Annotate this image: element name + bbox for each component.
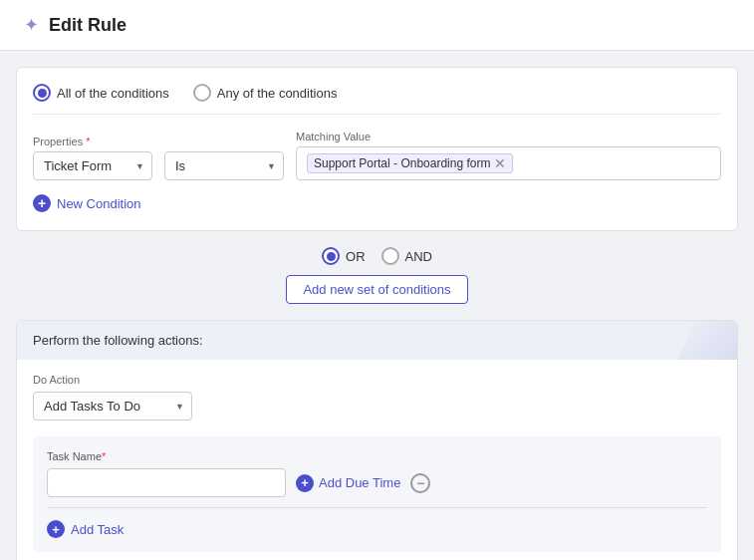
operator-select-wrapper[interactable]: Is <box>164 151 284 180</box>
tag-close-icon[interactable]: ✕ <box>494 156 506 170</box>
matching-value-field-group: Matching Value Support Portal - Onboardi… <box>296 131 721 180</box>
and-option[interactable]: AND <box>381 247 432 265</box>
all-conditions-option[interactable]: All of the conditions <box>33 84 169 102</box>
properties-label: Properties * <box>33 136 152 147</box>
page-title: Edit Rule <box>49 15 126 36</box>
plus-icon: + <box>33 194 51 212</box>
properties-select-wrapper[interactable]: Ticket Form <box>33 151 152 180</box>
add-task-button[interactable]: + Add Task <box>47 516 124 542</box>
any-conditions-label: Any of the conditions <box>217 86 338 101</box>
remove-task-icon[interactable]: − <box>410 473 430 493</box>
task-name-input[interactable] <box>47 468 286 497</box>
main-content: All of the conditions Any of the conditi… <box>0 67 754 560</box>
add-due-time-label: Add Due Time <box>319 475 400 490</box>
page-header: ✦ Edit Rule <box>0 0 754 51</box>
new-condition-button[interactable]: + New Condition <box>33 192 141 214</box>
add-task-label: Add Task <box>71 522 124 537</box>
task-fields: Task Name* + Add Due Time − <box>47 450 707 497</box>
task-name-label: Task Name* <box>47 450 707 462</box>
add-due-time-button[interactable]: + Add Due Time <box>296 474 400 492</box>
do-action-select-wrapper[interactable]: Add Tasks To Do <box>33 392 192 420</box>
condition-row: Properties * Ticket Form Is Matching Va <box>33 131 721 180</box>
or-radio[interactable] <box>322 247 340 265</box>
actions-body: Do Action Add Tasks To Do Task Name* + <box>17 360 737 560</box>
tag-text: Support Portal - Onboarding form <box>314 156 490 170</box>
new-condition-label: New Condition <box>57 196 141 211</box>
logic-options: OR AND <box>322 247 432 265</box>
any-conditions-option[interactable]: Any of the conditions <box>193 84 338 102</box>
and-label: AND <box>405 249 432 264</box>
add-task-plus-icon: + <box>47 520 65 538</box>
properties-field-group: Properties * Ticket Form <box>33 136 152 180</box>
tasks-section: Task Name* + Add Due Time − + Add Tas <box>33 436 721 552</box>
tag-chip: Support Portal - Onboarding form ✕ <box>307 153 513 173</box>
do-action-select[interactable]: Add Tasks To Do <box>33 392 192 420</box>
operator-label <box>164 136 284 147</box>
do-action-label: Do Action <box>33 374 721 386</box>
all-conditions-radio[interactable] <box>33 84 51 102</box>
operator-field-group: Is <box>164 136 284 180</box>
add-set-button[interactable]: Add new set of conditions <box>286 275 467 304</box>
properties-select[interactable]: Ticket Form <box>33 151 152 180</box>
actions-header: Perform the following actions: <box>17 321 737 360</box>
conditions-card: All of the conditions Any of the conditi… <box>16 67 738 231</box>
all-conditions-label: All of the conditions <box>57 86 169 101</box>
conditions-header: All of the conditions Any of the conditi… <box>33 84 721 115</box>
operator-select[interactable]: Is <box>164 151 284 180</box>
matching-value-input[interactable]: Support Portal - Onboarding form ✕ <box>296 146 721 180</box>
actions-header-label: Perform the following actions: <box>33 333 203 348</box>
add-due-time-plus-icon: + <box>296 474 314 492</box>
actions-card: Perform the following actions: Do Action… <box>16 320 738 560</box>
task-divider <box>47 507 707 508</box>
task-input-row: + Add Due Time − <box>47 468 707 497</box>
matching-value-label: Matching Value <box>296 131 721 142</box>
and-radio[interactable] <box>381 247 399 265</box>
or-label: OR <box>346 249 366 264</box>
any-conditions-radio[interactable] <box>193 84 211 102</box>
or-option[interactable]: OR <box>322 247 366 265</box>
sparkle-icon: ✦ <box>24 14 39 36</box>
logic-section: OR AND Add new set of conditions <box>16 247 738 304</box>
